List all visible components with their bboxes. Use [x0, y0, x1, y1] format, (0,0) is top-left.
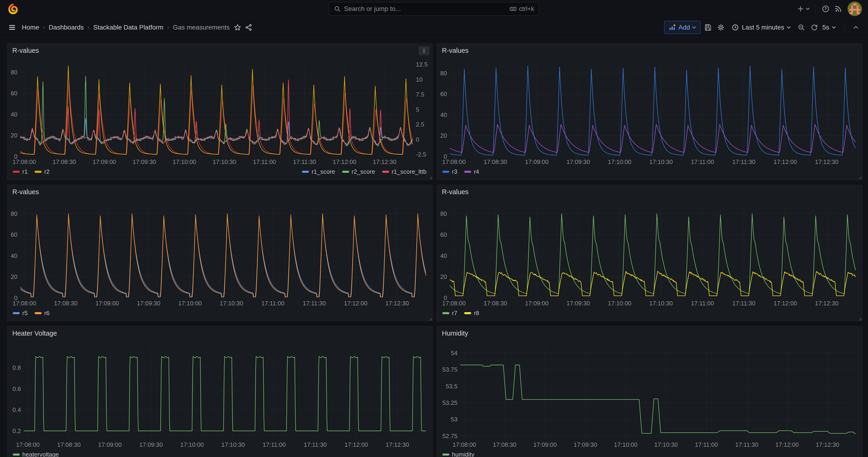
- breadcrumb-dashboards[interactable]: Dashboards: [49, 24, 84, 31]
- y-axis-labels: 0.20.40.60.8: [7, 348, 24, 439]
- x-axis-tick-label: 17:09:30: [566, 158, 590, 165]
- right-axis-labels: [856, 65, 862, 156]
- panel-resize-handle[interactable]: [429, 176, 432, 179]
- legend-item-r1_score_lttb[interactable]: r1_score_lttb: [382, 168, 427, 175]
- series-line-r8: [450, 271, 856, 296]
- panel-title[interactable]: R-values: [442, 47, 468, 54]
- legend-label: r3: [452, 168, 457, 175]
- x-axis-tick-label: 17:09:00: [93, 158, 116, 165]
- mega-menu-button[interactable]: [6, 21, 18, 33]
- legend-swatch: [35, 312, 41, 314]
- panel-title[interactable]: R-values: [12, 47, 39, 54]
- dashboard-grid: R-values 020406080 -2.502.557.51012.5 17…: [0, 37, 868, 457]
- plot-area[interactable]: [20, 206, 426, 298]
- search-input[interactable]: [344, 5, 506, 12]
- new-button[interactable]: [797, 3, 810, 15]
- panel-header[interactable]: R-values: [437, 43, 862, 56]
- panel-title[interactable]: Humidity: [442, 330, 468, 337]
- y-axis-tick-label: 40: [11, 252, 18, 259]
- refresh-button[interactable]: [809, 21, 820, 33]
- dashboard-panel: Humidity 52.755353.2553.553.7554 17:08:0…: [437, 326, 862, 457]
- avatar[interactable]: [847, 2, 862, 16]
- panel-header[interactable]: Humidity: [437, 326, 862, 339]
- plot-area[interactable]: [24, 348, 426, 439]
- x-axis-tick-label: 17:10:30: [649, 158, 673, 165]
- save-dashboard-button[interactable]: [702, 21, 713, 33]
- series-line-r6: [20, 214, 426, 297]
- news-button[interactable]: [833, 3, 844, 15]
- breadcrumb-home[interactable]: Home: [22, 24, 39, 31]
- x-axis-labels: 17:08:0017:08:3017:09:0017:09:3017:10:00…: [460, 439, 856, 449]
- panel-title[interactable]: Heater Voltage: [12, 330, 57, 337]
- x-axis-tick-label: 17:09:30: [137, 300, 160, 307]
- panel-header[interactable]: R-values: [7, 43, 433, 56]
- x-axis-tick-label: 17:10:00: [614, 441, 638, 448]
- panel-resize-handle[interactable]: [859, 317, 862, 321]
- breadcrumb-separator: ›: [167, 24, 169, 31]
- legend-swatch: [13, 171, 20, 173]
- help-button[interactable]: ?: [820, 3, 831, 15]
- zoom-out-time-button[interactable]: [796, 21, 807, 33]
- legend-swatch: [442, 454, 450, 456]
- legend-item-humidity[interactable]: humidity: [442, 451, 474, 457]
- panel-title[interactable]: R-values: [442, 188, 468, 196]
- x-axis-tick-label: 17:08:30: [53, 158, 76, 165]
- dashboard-settings-button[interactable]: [715, 21, 726, 33]
- legend-item-r8[interactable]: r8: [464, 309, 479, 317]
- y-axis-tick-label: 20: [11, 132, 18, 139]
- plot-area[interactable]: [450, 65, 856, 156]
- y-axis-labels: 020406080: [437, 65, 450, 156]
- panel-header[interactable]: Heater Voltage: [7, 326, 433, 339]
- collapse-toolbar-button[interactable]: [850, 21, 862, 33]
- legend-swatch: [35, 171, 41, 173]
- legend-label: r7: [452, 309, 457, 317]
- x-axis-tick-label: 17:08:00: [453, 441, 476, 448]
- legend-item-r2[interactable]: r2: [35, 168, 50, 175]
- legend-item-r4[interactable]: r4: [464, 168, 479, 175]
- panel-header[interactable]: R-values: [437, 185, 862, 197]
- chart-area: 52.755353.2553.553.7554 17:08:0017:08:30…: [437, 348, 862, 449]
- legend: r7r8: [437, 308, 862, 321]
- breadcrumb-folder[interactable]: Stackable Data Platform: [93, 24, 163, 31]
- share-button[interactable]: [243, 21, 254, 33]
- chevron-up-icon: [852, 24, 859, 31]
- plot-area[interactable]: [460, 348, 856, 439]
- panel-resize-handle[interactable]: [859, 176, 862, 179]
- dashboard-panel: R-values 020406080 17:08:0017:08:3017:09…: [437, 185, 862, 322]
- add-panel-button[interactable]: Add: [664, 21, 701, 34]
- panel-menu-button[interactable]: [418, 46, 429, 55]
- x-axis-tick-label: 17:09:00: [96, 300, 119, 307]
- panel-title[interactable]: R-values: [12, 188, 39, 196]
- legend-swatch: [13, 312, 20, 314]
- grafana-logo-icon[interactable]: [7, 3, 18, 14]
- legend-item-r7[interactable]: r7: [442, 309, 457, 317]
- legend-swatch: [13, 454, 20, 456]
- x-axis-labels: 17:08:0017:08:3017:09:0017:09:3017:10:00…: [24, 439, 426, 449]
- refresh-interval-picker[interactable]: 5s: [822, 21, 839, 34]
- global-search[interactable]: ctrl+k: [329, 2, 539, 16]
- right-axis-tick-label: 5: [416, 106, 419, 113]
- plot-area[interactable]: [450, 206, 856, 298]
- legend-swatch: [442, 171, 450, 173]
- legend-item-heatervoltage[interactable]: heatervoltage: [13, 451, 59, 457]
- legend: heatervoltage: [7, 449, 433, 457]
- panel-resize-handle[interactable]: [429, 317, 432, 321]
- y-axis-tick-label: 60: [11, 231, 18, 238]
- x-axis-tick-label: 17:11:30: [732, 300, 755, 307]
- hamburger-icon: [8, 24, 16, 31]
- y-axis-tick-label: 53.5: [445, 383, 458, 390]
- legend-item-r3[interactable]: r3: [442, 168, 457, 175]
- favorite-button[interactable]: [232, 21, 243, 33]
- x-axis-tick-label: 17:10:00: [608, 300, 631, 307]
- plot-area[interactable]: [20, 65, 413, 156]
- x-axis-tick-label: 17:10:00: [178, 300, 202, 307]
- x-axis-tick-label: 17:10:00: [608, 158, 631, 165]
- time-range-picker[interactable]: Last 5 minutes: [728, 21, 794, 34]
- panel-header[interactable]: R-values: [7, 185, 433, 197]
- legend-item-r6[interactable]: r6: [35, 309, 50, 317]
- legend-item-r5[interactable]: r5: [13, 309, 28, 317]
- legend-item-r1[interactable]: r1: [13, 168, 28, 175]
- legend-item-r1_score[interactable]: r1_score: [302, 168, 335, 175]
- legend-item-r2_score[interactable]: r2_score: [342, 168, 375, 175]
- y-axis-labels: 020406080: [7, 206, 20, 298]
